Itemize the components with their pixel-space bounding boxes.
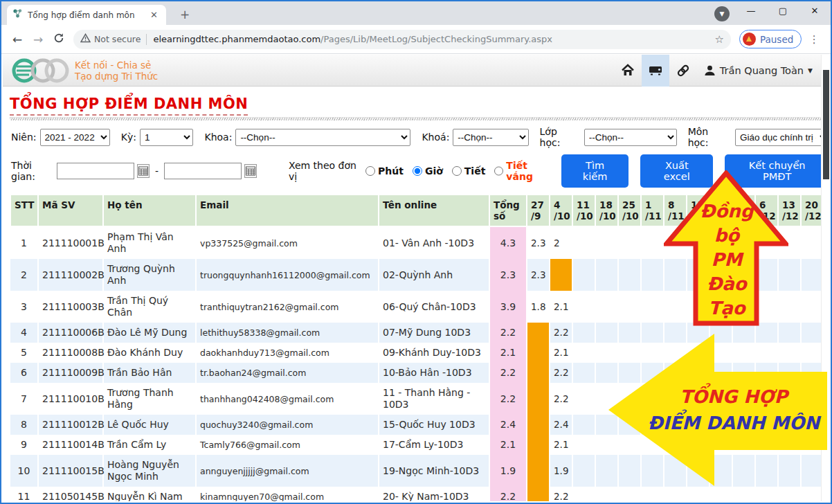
- lop-select[interactable]: --Chọn--: [584, 129, 677, 146]
- cell-date-value: 2.2: [550, 363, 572, 383]
- cell-ma: 211110015B: [38, 455, 103, 487]
- paused-extension-button[interactable]: Paused: [739, 30, 802, 48]
- close-button[interactable]: ✕: [799, 1, 831, 22]
- cell-ten: Trần Cẩm Ly: [103, 435, 196, 455]
- bookmark-star-icon[interactable]: ☆: [715, 33, 724, 46]
- filter-panel: Niên: 2021 - 2022 Kỳ: 1 Khoa: --Chọn-- K…: [11, 126, 829, 188]
- cell-stt: 6: [10, 363, 38, 383]
- column-header: Họ tên: [103, 195, 196, 226]
- cell-date-value: 2.1: [550, 343, 572, 363]
- table-row: 11211050145BNguyễn Kì Namkinamnguyen70@g…: [10, 487, 824, 501]
- cell-email: vp337525@gmail.com: [196, 226, 379, 259]
- nien-select[interactable]: 2021 - 2022: [40, 129, 110, 146]
- cell-ten: Trương Thanh Hằng: [103, 383, 196, 415]
- table-row: 9211110014BTrần Cẩm LyTcamly766@gmail.co…: [10, 435, 824, 455]
- nien-label: Niên:: [11, 132, 37, 143]
- radio-input[interactable]: [452, 166, 462, 176]
- user-icon: [704, 64, 716, 76]
- cell-stt: 5: [10, 343, 38, 363]
- cell-date-value: [641, 343, 664, 363]
- cell-date-value: [618, 383, 641, 415]
- calendar-icon[interactable]: [244, 164, 257, 178]
- transfer-pmdt-button[interactable]: Kết chuyển PMĐT: [725, 154, 829, 188]
- cell-date-value: [732, 323, 755, 343]
- drive-icon[interactable]: [642, 55, 669, 87]
- cell-total: 2.2: [489, 363, 527, 383]
- reload-icon[interactable]: [48, 33, 69, 46]
- unit-radio-Phút[interactable]: Phút: [365, 165, 404, 177]
- table-row: 2211110002BTrương Quỳnh Anhtruongquynhan…: [10, 259, 824, 291]
- cell-date-value: 2.2: [550, 323, 572, 343]
- cell-date-value: 2.2: [550, 487, 572, 501]
- forward-icon[interactable]: →: [28, 33, 48, 46]
- date-to-input[interactable]: [164, 163, 242, 179]
- cell-date-value: [595, 323, 618, 343]
- cell-date-value: [664, 455, 687, 487]
- unit-radio-Giờ[interactable]: Giờ: [413, 165, 443, 177]
- browser-tab[interactable]: Tổng hợp điểm danh môn ✕: [7, 5, 166, 25]
- cell-date-value: [595, 226, 618, 259]
- cell-absent: [527, 487, 550, 501]
- page-title: TỔNG HỢP ĐIỂM DANH MÔN: [10, 96, 829, 116]
- cell-date-value: [732, 291, 755, 323]
- cell-date-value: [687, 226, 709, 259]
- cell-ten: Trần Thị Quý Chân: [103, 291, 196, 323]
- back-icon[interactable]: ←: [7, 33, 28, 46]
- cell-date-value: [709, 363, 732, 383]
- eco-logo-icon: [10, 56, 69, 85]
- cell-date-value: [687, 363, 709, 383]
- cell-ma: 211110001B: [38, 226, 103, 259]
- cell-ma: 211110003B: [38, 291, 103, 323]
- tab-close-icon[interactable]: ✕: [147, 10, 161, 20]
- khoa-select[interactable]: --Chọn--: [235, 129, 410, 146]
- unit-radio-Tiết[interactable]: Tiết: [452, 165, 486, 177]
- scrollbar-thumb[interactable]: [823, 70, 829, 179]
- date-column-header: 6/12: [755, 195, 778, 226]
- cell-date-value: [709, 435, 732, 455]
- cell-date-value: [595, 415, 618, 435]
- cell-date-value: [778, 383, 801, 415]
- radio-input[interactable]: [365, 166, 375, 176]
- cell-date-value: [641, 435, 664, 455]
- unit-radio-Tiết vắng[interactable]: Tiết vắng: [494, 160, 534, 182]
- home-icon[interactable]: [614, 55, 642, 87]
- new-tab-button[interactable]: +: [176, 6, 194, 23]
- radio-input[interactable]: [413, 166, 422, 176]
- url-bar[interactable]: Not secure elearningdttec.phanmemdaotao.…: [73, 30, 731, 49]
- maximize-button[interactable]: ▢: [767, 1, 799, 22]
- eco-logo[interactable]: Kết nối - Chia sẻ Tạo dựng Tri Thức: [10, 56, 158, 85]
- cell-date-value: 1.8: [527, 291, 550, 323]
- date-column-header: 29/11: [732, 195, 755, 226]
- cell-date-value: [572, 343, 595, 363]
- mon-select[interactable]: Giáo dục chính trị -: [735, 129, 829, 146]
- minimize-button[interactable]: —: [735, 1, 767, 22]
- search-button[interactable]: Tìm kiếm: [561, 154, 628, 188]
- cell-ten: Đào Lê Mỹ Dung: [103, 323, 196, 343]
- filter-row-1: Niên: 2021 - 2022 Kỳ: 1 Khoa: --Chọn-- K…: [11, 126, 829, 148]
- cell-stt: 2: [10, 259, 38, 291]
- cell-total: 2.2: [489, 383, 527, 415]
- cell-date-value: [687, 291, 709, 323]
- cell-total: 2.2: [489, 487, 527, 501]
- column-header: Tên online: [379, 195, 489, 226]
- user-menu[interactable]: Trần Quang Toàn ▼: [704, 64, 813, 76]
- profile-chevron-icon[interactable]: ▼: [714, 6, 730, 21]
- export-excel-button[interactable]: Xuất excel: [640, 154, 713, 188]
- cell-absent: [527, 343, 550, 363]
- link-icon[interactable]: [669, 55, 697, 87]
- cell-date-value: [664, 415, 687, 435]
- cell-online: 17-Cẩm Ly-10D3: [379, 435, 489, 455]
- ky-select[interactable]: 1: [140, 129, 193, 146]
- cell-date-value: 2.3: [527, 226, 550, 259]
- cell-date-value: 2.1: [550, 435, 572, 455]
- radio-input[interactable]: [494, 166, 503, 176]
- cell-date-value: 2: [550, 226, 572, 259]
- cell-date-value: [595, 363, 618, 383]
- calendar-icon[interactable]: [137, 164, 150, 178]
- khoa2-select[interactable]: --Chọn--: [453, 129, 528, 146]
- cell-date-value: [732, 487, 755, 501]
- cell-online: 07-Mỹ Dung 10D3: [379, 323, 489, 343]
- browser-menu-icon[interactable]: ⋮: [806, 33, 822, 46]
- date-from-input[interactable]: [57, 163, 134, 179]
- cell-online: 01- Vân Anh -10D3: [379, 226, 489, 259]
